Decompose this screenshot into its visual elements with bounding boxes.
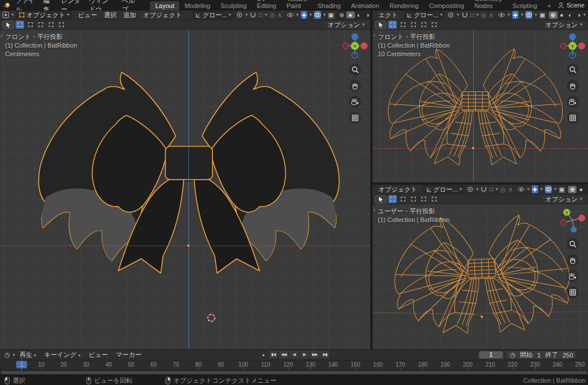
bat-ribbon-model-solid[interactable]	[0, 30, 370, 349]
object-visibility-icon[interactable]	[498, 11, 505, 19]
proportional-edit-icon[interactable]: ◎	[500, 185, 506, 193]
select-mode-extend[interactable]	[399, 195, 407, 203]
proportional-falloff-icon[interactable]: ∧	[489, 11, 493, 19]
jump-to-end-button[interactable]: ▶▮	[320, 351, 330, 359]
snap-target-icon[interactable]: ∷	[258, 11, 262, 19]
camera-view-icon[interactable]	[567, 96, 579, 108]
object-visibility-icon[interactable]	[287, 11, 294, 19]
select-mode-invert[interactable]	[419, 21, 428, 29]
shading-wireframe-icon[interactable]: ⊕	[549, 11, 558, 19]
xray-toggle-icon[interactable]: ▣	[559, 185, 564, 193]
xray-toggle-icon[interactable]: ▣	[328, 11, 334, 19]
shading-wireframe-icon[interactable]: ⊕	[338, 11, 346, 19]
tool-options-button[interactable]: オプション▾	[542, 195, 586, 203]
select-mode-extend[interactable]	[26, 21, 34, 29]
menu-keying[interactable]: キーイング ▾	[41, 350, 84, 360]
shading-wireframe-icon[interactable]: ⊕	[568, 186, 577, 193]
transform-orientation-dropdown[interactable]: グロー... ▾	[192, 11, 234, 19]
active-tool-select-icon[interactable]	[375, 21, 386, 29]
menu-marker[interactable]: マーカー	[113, 350, 145, 360]
sidebar-toggle-arrow[interactable]: ›	[373, 207, 375, 213]
select-mode-intersect[interactable]	[430, 195, 438, 203]
axis-orbit-gizmo[interactable]: Y	[560, 32, 585, 60]
scene-selector[interactable]: Scene	[558, 2, 585, 9]
zoom-icon[interactable]	[349, 64, 361, 76]
blender-logo-icon[interactable]	[3, 1, 10, 9]
select-mode-subtract[interactable]	[36, 21, 45, 29]
start-frame-value[interactable]: 1	[537, 352, 541, 359]
workspace-tab-UV Editing[interactable]: UV Editing	[252, 0, 281, 10]
show-gizmo-icon[interactable]	[532, 185, 538, 193]
snap-target-icon[interactable]: ∷	[470, 11, 474, 19]
select-mode-intersect[interactable]	[430, 21, 438, 29]
select-mode-extend[interactable]	[399, 21, 407, 29]
workspace-tab-Geometry Nodes[interactable]: Geometry Nodes	[469, 0, 507, 10]
axis-orbit-gizmo[interactable]: Y	[560, 207, 585, 234]
orthographic-grid-icon[interactable]	[567, 286, 579, 298]
camera-view-icon[interactable]	[349, 96, 361, 108]
workspace-tab-Rendering[interactable]: Rendering	[384, 1, 424, 10]
show-gizmo-icon[interactable]	[301, 11, 307, 19]
object-visibility-icon[interactable]	[517, 185, 525, 193]
sidebar-toggle-arrow[interactable]: ›	[373, 32, 375, 38]
select-mode-new[interactable]	[388, 21, 397, 29]
proportional-edit-icon[interactable]: ◎	[269, 11, 275, 19]
viewport-tr-canvas[interactable]: フロント・平行投影 (1) Collection | BatRibbon 10 …	[373, 30, 588, 182]
pivot-point-icon[interactable]	[467, 185, 474, 193]
shading-rendered-icon[interactable]: ◑	[575, 11, 583, 18]
end-frame-value[interactable]: 250	[563, 352, 573, 359]
proportional-falloff-icon[interactable]: ∧	[277, 11, 282, 19]
shading-solid-icon[interactable]: ●	[346, 11, 355, 18]
show-overlays-icon[interactable]	[545, 185, 552, 193]
workspace-tab-Sculpting[interactable]: Sculpting	[215, 1, 252, 10]
viewport-menu-選択[interactable]: 選択	[100, 10, 120, 20]
select-mode-invert[interactable]	[47, 21, 55, 29]
next-keyframe-button[interactable]: ▶▶	[310, 351, 319, 359]
jump-to-start-button[interactable]: ▮◀	[269, 351, 278, 359]
proportional-edit-icon[interactable]: ◎	[481, 11, 487, 19]
shading-material-icon[interactable]: ◐	[585, 186, 588, 193]
br-orientation-dropdown[interactable]: グロー...▾	[423, 185, 465, 193]
active-tool-select-icon[interactable]	[2, 21, 14, 29]
menu-playback[interactable]: 再生 ▾	[16, 350, 40, 360]
prev-keyframe-button[interactable]: ◀◀	[279, 351, 288, 359]
xray-toggle-icon[interactable]: ▣	[539, 11, 545, 19]
select-mode-new[interactable]	[388, 195, 397, 203]
shading-solid-icon[interactable]: ●	[577, 186, 585, 193]
tr-orientation-dropdown[interactable]: グロー...▾	[404, 11, 446, 19]
workspace-tab-Layout[interactable]: Layout	[150, 1, 179, 10]
viewport-br-canvas[interactable]: ユーザー・平行投影 (1) Collection | BatRibbon › Y	[373, 204, 588, 349]
sidebar-toggle-arrow[interactable]: ›	[1, 32, 2, 38]
navigation-gizmo[interactable]: Y	[560, 32, 585, 124]
show-gizmo-icon[interactable]	[512, 11, 519, 19]
orthographic-grid-icon[interactable]	[567, 112, 579, 124]
orthographic-grid-icon[interactable]	[349, 112, 361, 124]
mode-dropdown[interactable]: オブジェクト ▾	[16, 11, 72, 19]
workspace-tab-Texture Paint[interactable]: Texture Paint	[281, 0, 312, 10]
snap-magnet-icon[interactable]	[462, 11, 468, 19]
active-tool-select-icon[interactable]	[375, 195, 386, 204]
snap-magnet-icon[interactable]	[481, 185, 487, 193]
editor-type-icon[interactable]	[2, 11, 9, 19]
pan-hand-icon[interactable]	[567, 254, 579, 266]
tool-options-button[interactable]: オプション▾	[542, 21, 586, 29]
shading-material-icon[interactable]: ◐	[355, 11, 363, 18]
proportional-falloff-icon[interactable]: ∧	[508, 185, 513, 193]
snap-magnet-icon[interactable]	[250, 11, 256, 19]
select-mode-intersect[interactable]	[57, 21, 65, 29]
workspace-tab-Scripting[interactable]: Scripting	[508, 1, 543, 10]
pivot-point-icon[interactable]	[447, 11, 454, 19]
timeline-editor-type-icon[interactable]: ◷	[3, 351, 11, 359]
select-mode-subtract[interactable]	[409, 21, 417, 29]
workspace-tab-+[interactable]: +	[542, 1, 556, 10]
select-mode-new[interactable]	[16, 21, 24, 29]
tool-options-button[interactable]: オプション▾	[324, 21, 368, 29]
timeline-ruler[interactable]: 1 10203040506070809010011012013014015016…	[0, 360, 588, 370]
editor-type-chevron[interactable]: ▾	[11, 13, 14, 17]
pan-hand-icon[interactable]	[349, 80, 361, 92]
show-overlays-icon[interactable]	[525, 11, 532, 19]
workspace-tab-Modeling[interactable]: Modeling	[179, 1, 215, 10]
axis-orbit-gizmo[interactable]: Y	[342, 32, 368, 60]
bat-ribbon-model-wire[interactable]	[373, 30, 588, 182]
menu-view[interactable]: ビュー	[85, 350, 111, 360]
